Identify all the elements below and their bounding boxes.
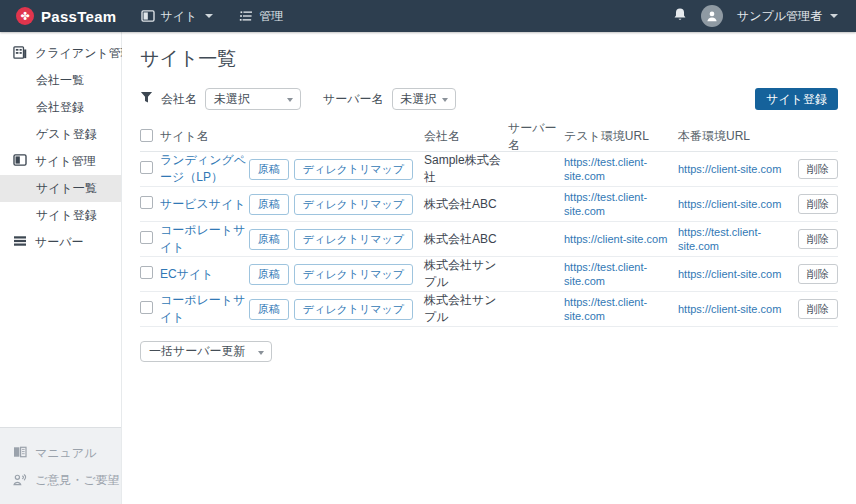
delete-button[interactable]: 削除 (798, 299, 838, 319)
sidebar-item-label: 会社一覧 (36, 72, 84, 89)
sidebar-item-label: クライアント管理 (35, 45, 133, 62)
company-filter-select[interactable]: 未選択 (205, 88, 301, 110)
brand-logo-icon: ✤ (16, 7, 34, 25)
sidebar-item-label: ゲスト登録 (36, 126, 97, 143)
filter-controls: 会社名 未選択 サーバー名 未選択 (140, 88, 456, 110)
test-url-link[interactable]: https://client-site.com (564, 233, 667, 245)
sidebar-item-site-list[interactable]: サイト一覧 (0, 175, 121, 202)
nav-item-admin[interactable]: 管理 (239, 8, 283, 25)
test-url-link[interactable]: https://test.client-site.com (564, 296, 647, 322)
sidebar-item-company-register[interactable]: 会社登録 (0, 94, 121, 121)
draft-button[interactable]: 原稿 (249, 299, 289, 320)
bulk-server-update-select[interactable]: 一括サーバー更新 (140, 341, 272, 362)
nav-item-site[interactable]: サイト (141, 8, 214, 25)
directory-map-button[interactable]: ディレクトリマップ (294, 264, 413, 285)
table-row: コーポレートサイト 原稿 ディレクトリマップ 株式会社ABC https://c… (140, 222, 838, 257)
site-register-button[interactable]: サイト登録 (755, 88, 838, 110)
brand-name: PassTeam (41, 8, 117, 25)
row-checkbox[interactable] (140, 196, 153, 209)
admin-list-icon (239, 10, 253, 22)
sidebar-item-feedback[interactable]: ご意見・ご要望 (0, 467, 121, 494)
delete-button[interactable]: 削除 (798, 159, 838, 179)
company-filter-value: 未選択 (214, 91, 250, 108)
company-cell: 株式会社サンプル (424, 257, 508, 291)
draft-button[interactable]: 原稿 (249, 264, 289, 285)
site-name-link[interactable]: サービスサイト (160, 196, 249, 213)
sidebar-list: クライアント管理 会社一覧 会社登録 ゲスト登録 サイト管理 サイト一覧 サイト… (0, 32, 121, 256)
company-cell: Sample株式会社 (424, 152, 508, 186)
site-name-link[interactable]: ECサイト (160, 266, 249, 283)
prod-url-link[interactable]: https://client-site.com (678, 163, 781, 175)
sidebar-item-server[interactable]: サーバー (0, 229, 121, 256)
server-filter-select[interactable]: 未選択 (392, 88, 456, 110)
draft-button[interactable]: 原稿 (249, 159, 289, 180)
site-window-icon (141, 10, 155, 22)
test-url-link[interactable]: https://test.client-site.com (564, 261, 647, 287)
table-body: ランディングページ（LP） 原稿 ディレクトリマップ Sample株式会社 ht… (140, 152, 838, 327)
sidebar-item-label: マニュアル (35, 445, 96, 462)
nav-menu: サイト 管理 (141, 8, 284, 25)
directory-map-button[interactable]: ディレクトリマップ (294, 159, 413, 180)
main-content: サイト一覧 会社名 未選択 サーバー名 未選択 サイト登録 サイト名 会社名 サ… (122, 32, 856, 504)
prod-url-link[interactable]: https://client-site.com (678, 268, 781, 280)
sidebar-item-company-list[interactable]: 会社一覧 (0, 67, 121, 94)
row-checkbox[interactable] (140, 301, 153, 314)
avatar[interactable] (701, 5, 723, 27)
user-menu[interactable]: サンプル管理者 (737, 8, 838, 25)
nav-item-label: 管理 (259, 8, 283, 25)
row-checkbox[interactable] (140, 161, 153, 174)
site-window-icon (13, 154, 27, 169)
draft-button[interactable]: 原稿 (249, 229, 289, 250)
chevron-down-icon (205, 14, 213, 18)
header-prod-url: 本番環境URL (678, 128, 792, 145)
company-cell: 株式会社サンプル (424, 292, 508, 326)
site-name-link[interactable]: コーポレートサイト (160, 292, 249, 326)
table-row: サービスサイト 原稿 ディレクトリマップ 株式会社ABC https://tes… (140, 187, 838, 222)
sidebar-footer: マニュアル ご意見・ご要望 (0, 427, 121, 504)
row-checkbox[interactable] (140, 266, 153, 279)
sidebar: クライアント管理 会社一覧 会社登録 ゲスト登録 サイト管理 サイト一覧 サイト… (0, 32, 122, 504)
sidebar-item-guest-register[interactable]: ゲスト登録 (0, 121, 121, 148)
nav-item-label: サイト (161, 8, 198, 25)
delete-button[interactable]: 削除 (798, 229, 838, 249)
delete-button[interactable]: 削除 (798, 194, 838, 214)
table-row: ランディングページ（LP） 原稿 ディレクトリマップ Sample株式会社 ht… (140, 152, 838, 187)
directory-map-button[interactable]: ディレクトリマップ (294, 229, 413, 250)
prod-url-link[interactable]: https://client-site.com (678, 198, 781, 210)
header-server-name: サーバー名 (508, 120, 564, 154)
sidebar-item-site-management[interactable]: サイト管理 (0, 148, 121, 175)
server-filter-value: 未選択 (401, 91, 437, 108)
test-url-link[interactable]: https://test.client-site.com (564, 156, 647, 182)
server-filter-label: サーバー名 (323, 91, 384, 108)
draft-button[interactable]: 原稿 (249, 194, 289, 215)
brand[interactable]: ✤ PassTeam (0, 7, 135, 25)
header-company-name: 会社名 (424, 128, 508, 145)
bulk-update-row: 一括サーバー更新 (140, 341, 838, 362)
server-icon (13, 235, 27, 250)
prod-url-link[interactable]: https://client-site.com (678, 303, 781, 315)
sidebar-item-label: サイト管理 (35, 153, 96, 170)
filter-row: 会社名 未選択 サーバー名 未選択 サイト登録 (140, 88, 838, 110)
sidebar-item-manual[interactable]: マニュアル (0, 440, 121, 467)
sidebar-item-client-management[interactable]: クライアント管理 (0, 40, 121, 67)
sidebar-item-label: サーバー (35, 234, 84, 251)
sidebar-item-label: ご意見・ご要望 (35, 472, 120, 489)
site-name-link[interactable]: コーポレートサイト (160, 222, 249, 256)
nav-right: サンプル管理者 (673, 5, 856, 27)
prod-url-link[interactable]: https://test.client-site.com (678, 226, 761, 252)
notification-bell-icon[interactable] (673, 7, 687, 25)
feedback-megaphone-icon (13, 473, 27, 489)
row-checkbox[interactable] (140, 231, 153, 244)
sidebar-item-site-register[interactable]: サイト登録 (0, 202, 121, 229)
header-site-name: サイト名 (160, 128, 424, 145)
select-all-checkbox[interactable] (140, 129, 153, 142)
directory-map-button[interactable]: ディレクトリマップ (294, 194, 413, 215)
site-table: サイト名 会社名 サーバー名 テスト環境URL 本番環境URL ランディングペー… (140, 122, 838, 327)
top-navbar: ✤ PassTeam サイト 管理 サンプル管理者 (0, 0, 856, 32)
company-cell: 株式会社ABC (424, 231, 508, 248)
user-name: サンプル管理者 (737, 8, 822, 25)
site-name-link[interactable]: ランディングページ（LP） (160, 152, 249, 186)
test-url-link[interactable]: https://test.client-site.com (564, 191, 647, 217)
delete-button[interactable]: 削除 (798, 264, 838, 284)
directory-map-button[interactable]: ディレクトリマップ (294, 299, 413, 320)
